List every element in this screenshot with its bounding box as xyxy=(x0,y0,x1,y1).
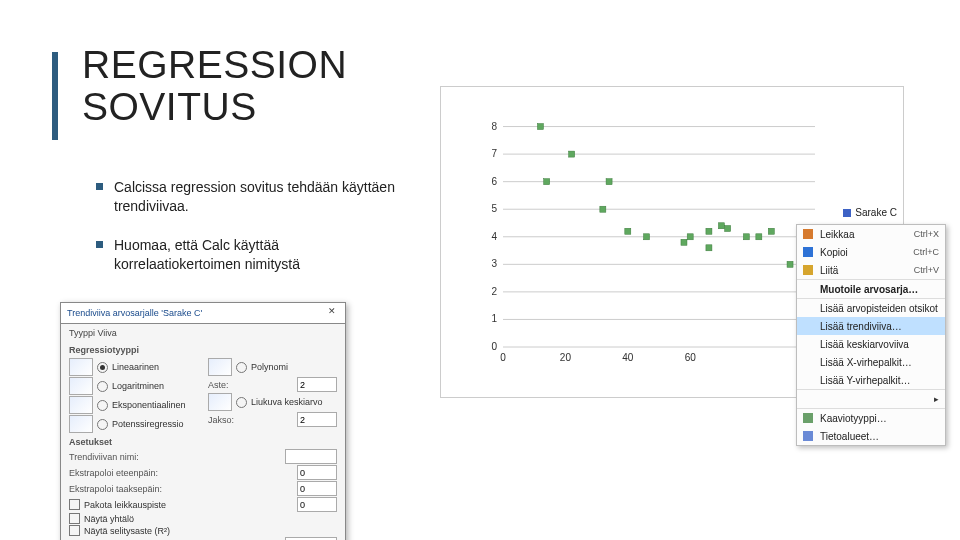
radio-icon[interactable] xyxy=(97,419,108,430)
radio-icon[interactable] xyxy=(97,362,108,373)
svg-rect-28 xyxy=(644,234,650,240)
svg-text:7: 7 xyxy=(491,148,497,159)
radio-icon[interactable] xyxy=(97,400,108,411)
legend-label: Sarake C xyxy=(855,207,897,218)
thumb-ma-icon xyxy=(208,393,232,411)
chart-legend: Sarake C xyxy=(843,207,897,218)
svg-text:3: 3 xyxy=(491,258,497,269)
degree-input[interactable] xyxy=(297,377,337,392)
svg-rect-22 xyxy=(537,124,543,130)
dialog-tabs[interactable]: Tyyppi Viiva xyxy=(61,324,345,338)
chk-show-r2[interactable]: Näytä selitysaste (R²) xyxy=(69,525,337,536)
context-menu: Leikkaa Ctrl+X Kopioi Ctrl+C Liitä Ctrl+… xyxy=(796,224,946,446)
trendline-name-input[interactable] xyxy=(285,449,337,464)
radio-icon[interactable] xyxy=(97,381,108,392)
svg-text:5: 5 xyxy=(491,203,497,214)
svg-rect-23 xyxy=(544,179,550,185)
menu-y-error-bars[interactable]: Lisää Y-virhepalkit… xyxy=(797,371,945,389)
svg-text:0: 0 xyxy=(491,341,497,352)
plot-area: 012345678 0204060 xyxy=(479,95,819,367)
extrapolate-bwd-field[interactable]: Ekstrapoloi taaksepäin: xyxy=(69,481,337,496)
trendline-dialog: Trendiviiva arvosarjalle 'Sarake C' ✕ Ty… xyxy=(60,302,346,540)
svg-text:4: 4 xyxy=(491,231,497,242)
legend-swatch xyxy=(843,209,851,217)
svg-rect-27 xyxy=(625,228,631,234)
period-field[interactable]: Jakso: xyxy=(208,412,337,427)
checkbox-icon[interactable] xyxy=(69,499,80,510)
chk-show-equation[interactable]: Näytä yhtälö xyxy=(69,513,337,524)
checkbox-icon[interactable] xyxy=(69,513,80,524)
extrapolate-fwd-input[interactable] xyxy=(297,465,337,480)
thumb-log-icon xyxy=(69,377,93,395)
bullet-list: Calcissa regression sovitus tehdään käyt… xyxy=(96,178,396,294)
extrapolate-fwd-field[interactable]: Ekstrapoloi eteenpäin: xyxy=(69,465,337,480)
svg-rect-37 xyxy=(768,228,774,234)
bullet-item: Calcissa regression sovitus tehdään käyt… xyxy=(96,178,396,216)
copy-icon xyxy=(801,245,815,259)
svg-rect-26 xyxy=(606,179,612,185)
bullet-item: Huomaa, että Calc käyttää korrelaatioker… xyxy=(96,236,396,274)
title-line2: SOVITUS xyxy=(82,85,257,128)
svg-rect-31 xyxy=(706,245,712,251)
menu-data-labels[interactable]: Lisää arvopisteiden otsikot xyxy=(797,298,945,317)
gridlines xyxy=(503,127,815,347)
menu-chart-type[interactable]: Kaaviotyyppi… xyxy=(797,408,945,427)
degree-field[interactable]: Aste: xyxy=(208,377,337,392)
group-regression-type: Regressiotyyppi xyxy=(69,345,337,355)
menu-data-ranges[interactable]: Tietoalueet… xyxy=(797,427,945,445)
dialog-title: Trendiviiva arvosarjalle 'Sarake C' xyxy=(67,308,202,318)
svg-rect-35 xyxy=(743,234,749,240)
svg-text:40: 40 xyxy=(622,352,634,363)
checkbox-icon[interactable] xyxy=(69,525,80,536)
menu-paste[interactable]: Liitä Ctrl+V xyxy=(797,261,945,279)
group-options: Asetukset xyxy=(69,437,337,447)
title-accent xyxy=(52,52,58,140)
opt-log[interactable]: Logaritminen xyxy=(69,377,198,395)
close-icon[interactable]: ✕ xyxy=(325,306,339,320)
menu-insert-trendline[interactable]: Lisää trendiviiva… xyxy=(797,317,945,335)
menu-arrange[interactable]: ▸ xyxy=(797,389,945,408)
menu-x-error-bars[interactable]: Lisää X-virhepalkit… xyxy=(797,353,945,371)
svg-rect-32 xyxy=(718,223,724,229)
y-axis-ticks: 012345678 xyxy=(491,121,497,352)
slide-title: REGRESSION SOVITUS xyxy=(82,44,347,128)
thumb-power-icon xyxy=(69,415,93,433)
svg-text:6: 6 xyxy=(491,176,497,187)
intercept-input[interactable] xyxy=(297,497,337,512)
svg-rect-36 xyxy=(756,234,762,240)
period-input[interactable] xyxy=(297,412,337,427)
svg-rect-29 xyxy=(681,239,687,245)
svg-rect-34 xyxy=(725,226,731,232)
svg-rect-33 xyxy=(706,228,712,234)
opt-polynomial[interactable]: Polynomi xyxy=(208,358,337,376)
menu-copy[interactable]: Kopioi Ctrl+C xyxy=(797,243,945,261)
extrapolate-bwd-input[interactable] xyxy=(297,481,337,496)
dialog-titlebar[interactable]: Trendiviiva arvosarjalle 'Sarake C' ✕ xyxy=(61,303,345,324)
data-points xyxy=(537,124,793,268)
svg-rect-38 xyxy=(787,261,793,267)
menu-mean-line[interactable]: Lisää keskiarvoviiva xyxy=(797,335,945,353)
svg-rect-24 xyxy=(569,151,575,157)
chk-force-intercept[interactable]: Pakota leikkauspiste xyxy=(69,497,337,512)
svg-text:2: 2 xyxy=(491,286,497,297)
thumb-poly-icon xyxy=(208,358,232,376)
radio-icon[interactable] xyxy=(236,397,247,408)
opt-linear[interactable]: Lineaarinen xyxy=(69,358,198,376)
svg-text:1: 1 xyxy=(491,313,497,324)
opt-power[interactable]: Potenssiregressio xyxy=(69,415,198,433)
svg-text:0: 0 xyxy=(500,352,506,363)
scissors-icon xyxy=(801,227,815,241)
chart-icon xyxy=(801,411,815,425)
thumb-exp-icon xyxy=(69,396,93,414)
svg-text:20: 20 xyxy=(560,352,572,363)
x-axis-ticks: 0204060 xyxy=(500,352,696,363)
opt-moving-average[interactable]: Liukuva keskiarvo xyxy=(208,393,337,411)
chevron-right-icon: ▸ xyxy=(934,394,939,404)
opt-exp[interactable]: Eksponentiaalinen xyxy=(69,396,198,414)
grid-icon xyxy=(801,429,815,443)
radio-icon[interactable] xyxy=(236,362,247,373)
trendline-name-field[interactable]: Trendiviivan nimi: xyxy=(69,449,337,464)
menu-format-series[interactable]: Muotoile arvosarja… xyxy=(797,279,945,298)
thumb-linear-icon xyxy=(69,358,93,376)
menu-cut[interactable]: Leikkaa Ctrl+X xyxy=(797,225,945,243)
